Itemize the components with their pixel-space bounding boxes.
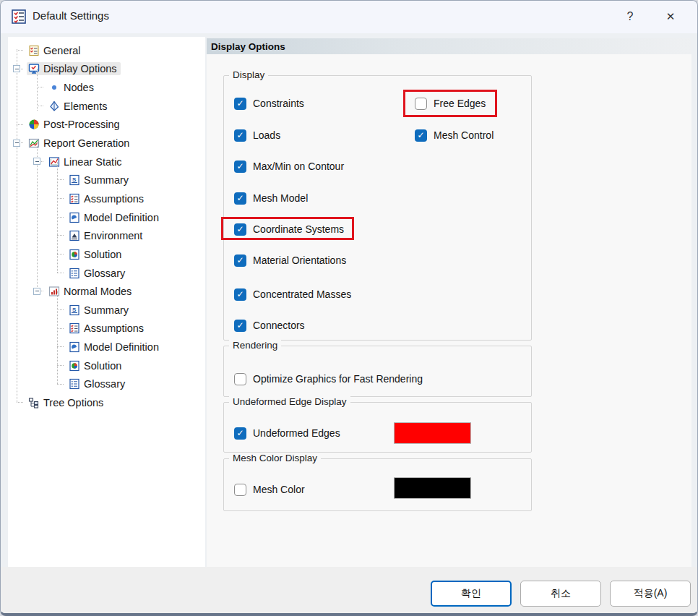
checkbox-label: Optimize Graphics for Fast Rendering <box>253 373 423 385</box>
panel-header: Display Options <box>207 38 691 54</box>
tree-item-model-definition[interactable]: Model Definition <box>8 208 205 227</box>
tree-item-nodes[interactable]: Nodes <box>8 78 205 97</box>
help-button[interactable]: ? <box>615 4 645 30</box>
tree-guide-line <box>17 49 17 402</box>
checkbox-row-loads[interactable]: Loads <box>234 128 280 142</box>
checkbox-label: Material Orientations <box>253 254 346 266</box>
collapse-toggle-icon[interactable] <box>13 65 20 72</box>
apply-button[interactable]: 적용(A) <box>610 581 691 607</box>
tree-item-display-options[interactable]: Display Options <box>8 60 205 79</box>
tree-item-model-definition[interactable]: Model Definition <box>8 338 205 356</box>
collapse-toggle-icon[interactable] <box>33 288 40 295</box>
checkbox-row-mesh-model[interactable]: Mesh Model <box>234 191 308 205</box>
rendering-group: Rendering Optimize Graphics for Fast Ren… <box>223 346 532 397</box>
tree-item-label: Glossary <box>84 378 125 390</box>
tree-item-report-generation[interactable]: Report Generation <box>8 134 205 153</box>
connectors-checkbox[interactable] <box>234 320 246 332</box>
coordinate-systems-checkbox[interactable] <box>234 223 246 236</box>
summary-icon: S <box>69 304 80 316</box>
elements-icon <box>48 100 60 112</box>
loads-checkbox[interactable] <box>234 129 246 142</box>
general-icon <box>28 45 40 56</box>
checkbox-label: Max/Min on Contour <box>253 161 344 172</box>
collapse-toggle-icon[interactable] <box>33 158 40 165</box>
tree-item-label: Display Options <box>43 63 117 74</box>
tree-item-label: Nodes <box>64 82 94 93</box>
title-bar: Default Settings ? ✕ <box>1 1 697 33</box>
checkbox-row-optimize-graphics[interactable]: Optimize Graphics for Fast Rendering <box>234 372 423 386</box>
tree-guide-line <box>37 69 38 111</box>
nodes-icon <box>48 82 60 93</box>
settings-tree-panel: General Display Options Nodes <box>8 37 205 567</box>
tree-item-label: Glossary <box>84 268 125 279</box>
tree-guide-line <box>57 162 58 273</box>
checkbox-row-constraints[interactable]: Constraints <box>234 96 304 111</box>
undeformed-edge-group: Undeformed Edge Display Undeformed Edges <box>223 402 532 453</box>
mesh-color-swatch[interactable] <box>394 477 471 499</box>
tree-item-label: Summary <box>84 174 129 186</box>
checkbox-row-mesh-color[interactable]: Mesh Color <box>234 482 305 497</box>
undeformed-edge-group-label: Undeformed Edge Display <box>229 396 350 407</box>
model-definition-icon <box>69 341 80 353</box>
tree-item-assumptions[interactable]: Assumptions <box>8 320 205 338</box>
assumptions-icon <box>69 322 80 334</box>
tree-item-linear-static[interactable]: Linear Static <box>8 153 205 171</box>
concentrated-masses-checkbox[interactable] <box>234 288 246 301</box>
svg-text:S: S <box>72 306 77 312</box>
optimize-graphics-checkbox[interactable] <box>234 373 246 385</box>
tree-item-label: Assumptions <box>84 322 144 334</box>
ok-button[interactable]: 확인 <box>431 581 512 607</box>
checkbox-row-concentrated-masses[interactable]: Concentrated Masses <box>234 287 351 301</box>
undeformed-edges-checkbox[interactable] <box>234 427 246 440</box>
collapse-toggle-icon[interactable] <box>13 140 20 147</box>
tree-guide-line <box>57 291 58 384</box>
checkbox-label: Mesh Model <box>253 192 308 204</box>
checkbox-label: Undeformed Edges <box>253 427 340 439</box>
free-edges-checkbox[interactable] <box>415 98 427 110</box>
summary-icon: S <box>69 174 80 186</box>
checkbox-row-maxmin-on-contour[interactable]: Max/Min on Contour <box>234 159 344 174</box>
cancel-button[interactable]: 취소 <box>520 581 601 607</box>
assumptions-icon <box>69 193 80 205</box>
checkbox-label: Constraints <box>253 98 304 109</box>
tree-item-post-processing[interactable]: Post-Processing <box>8 116 205 134</box>
tree-item-label: General <box>43 45 81 56</box>
undeformed-edge-color-swatch[interactable] <box>394 422 471 444</box>
tree-item-glossary[interactable]: Glossary <box>8 375 205 394</box>
svg-text:S: S <box>72 176 77 183</box>
checkbox-label: Mesh Control <box>434 129 494 141</box>
checkbox-row-coordinate-systems[interactable]: Coordinate Systems <box>234 222 344 236</box>
glossary-icon <box>69 378 80 390</box>
mesh-model-checkbox[interactable] <box>234 192 246 205</box>
tree-item-elements[interactable]: Elements <box>8 97 205 116</box>
checkbox-row-connectors[interactable]: Connectors <box>234 318 305 333</box>
rendering-group-label: Rendering <box>229 340 281 351</box>
tree-item-tree-options[interactable]: Tree Options <box>8 393 205 412</box>
tree-item-solution[interactable]: Solution <box>8 245 205 264</box>
checkbox-row-undeformed-edges[interactable]: Undeformed Edges <box>234 426 340 440</box>
close-button[interactable]: ✕ <box>655 4 686 30</box>
model-definition-icon <box>69 212 80 223</box>
tree-item-label: Linear Static <box>64 156 122 168</box>
tree-item-summary[interactable]: S Summary <box>8 171 205 189</box>
tree-item-solution[interactable]: Solution <box>8 356 205 375</box>
tree-item-label: Model Definition <box>84 341 159 353</box>
tree-item-general[interactable]: General <box>8 41 205 60</box>
mesh-control-checkbox[interactable] <box>415 129 427 142</box>
tree-item-environment[interactable]: Environment <box>8 226 205 245</box>
tree-item-normal-modes[interactable]: Normal Modes <box>8 282 205 301</box>
maxmin-on-contour-checkbox[interactable] <box>234 161 246 173</box>
tree-item-summary[interactable]: S Summary <box>8 301 205 320</box>
constraints-checkbox[interactable] <box>234 98 246 110</box>
material-orientations-checkbox[interactable] <box>234 254 246 267</box>
checkbox-row-mesh-control[interactable]: Mesh Control <box>415 128 494 142</box>
checkbox-row-material-orientations[interactable]: Material Orientations <box>234 253 346 268</box>
checkbox-label: Coordinate Systems <box>253 223 344 235</box>
tree-item-glossary[interactable]: Glossary <box>8 264 205 283</box>
checkbox-row-free-edges[interactable]: Free Edges <box>415 96 486 111</box>
post-processing-icon <box>28 119 40 130</box>
tree-item-label: Post-Processing <box>43 119 120 130</box>
tree-item-assumptions[interactable]: Assumptions <box>8 189 205 208</box>
mesh-color-group: Mesh Color Display Mesh Color <box>223 458 532 511</box>
mesh-color-checkbox[interactable] <box>234 484 246 496</box>
